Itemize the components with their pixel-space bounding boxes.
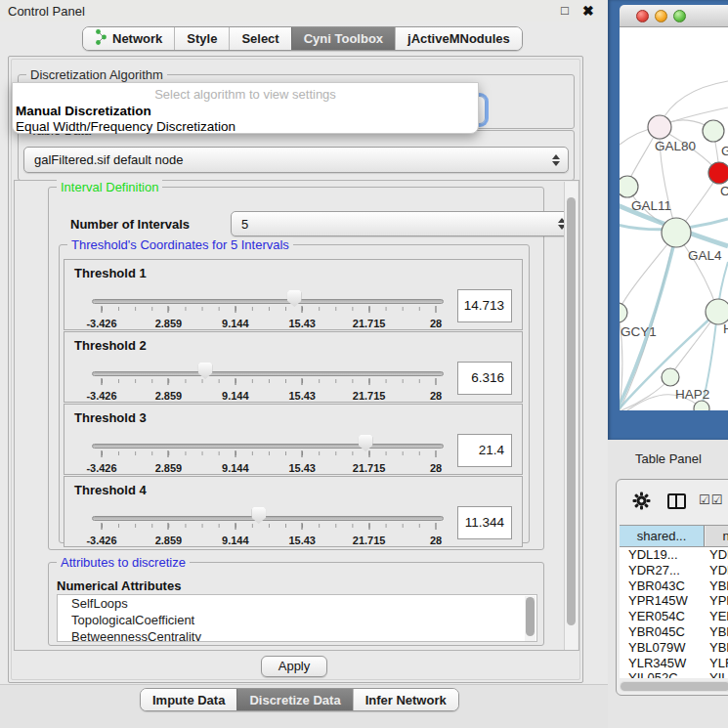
attributes-group-label: Attributes to discretize — [57, 555, 190, 570]
node-label-gal11: GAL11 — [631, 198, 671, 213]
table-toolbar: ☑☑ — [617, 480, 728, 523]
table-row[interactable]: YDL19...YDL1 — [620, 547, 728, 563]
tab-jactivemnodules[interactable]: jActiveMNodules — [395, 27, 522, 50]
close-traffic-light-icon[interactable] — [636, 10, 649, 22]
column-split-icon[interactable] — [667, 493, 686, 509]
number-of-intervals-label: Number of Intervals — [70, 217, 190, 232]
tab-style[interactable]: Style — [174, 27, 229, 50]
algorithm-dropdown-popup: Select algorithm to view settings Manual… — [12, 82, 479, 134]
tab-discretize-data[interactable]: Discretize Data — [236, 689, 352, 710]
threshold-4-row: Threshold 4 -3.426 2.859 9.144 15.43 21.… — [64, 476, 523, 547]
tab-select[interactable]: Select — [229, 27, 290, 50]
threshold-3-slider-thumb[interactable] — [359, 435, 373, 451]
network-window-titlebar[interactable] — [620, 5, 728, 27]
table-row[interactable]: YPR145WYPR1 — [620, 593, 728, 609]
zoom-traffic-light-icon[interactable] — [673, 10, 686, 22]
node-gcy1[interactable] — [620, 303, 627, 322]
node-label-ga: GA — [721, 144, 728, 158]
column-header-name[interactable]: na — [706, 526, 728, 546]
node-gal80[interactable] — [648, 115, 671, 139]
table-row[interactable]: YLR345WYLR3 — [620, 656, 728, 671]
threshold-3-row: Threshold 3 -3.426 2.859 9.144 15.43 21.… — [64, 404, 523, 475]
interval-definition-group: Interval Definition Number of Intervals … — [48, 187, 544, 550]
window-title: Control Panel — [8, 4, 85, 19]
algorithm-popup-hint: Select algorithm to view settings — [13, 87, 478, 102]
top-tab-bar: Network Style Select Cyni Toolbox jActiv… — [82, 26, 523, 51]
node-label-gal4: GAL4 — [688, 248, 722, 263]
algorithm-option-equal-width[interactable]: Equal Width/Frequency Discretization — [16, 119, 236, 134]
table-panel-title: Table Panel — [635, 451, 702, 466]
threshold-4-slider-thumb[interactable] — [251, 507, 266, 524]
table-row[interactable]: YBR045CYBR0 — [620, 624, 728, 640]
table-row[interactable]: YBR043CYBR0 — [620, 578, 728, 594]
network-view-window: GAL80 GA C GAL11 GAL4 GCY1 H HAP2 — [608, 0, 728, 440]
interval-definition-group-label: Interval Definition — [57, 180, 162, 194]
node-label-gcy1: GCY1 — [621, 324, 657, 339]
checkbox-icons[interactable]: ☑☑ — [699, 492, 723, 507]
table-row[interactable]: YIL052CYIL0 — [620, 670, 728, 678]
settings-scroll-viewport: Interval Definition Number of Intervals … — [14, 180, 579, 651]
node-red-selected[interactable] — [708, 162, 728, 184]
network-canvas[interactable]: GAL80 GA C GAL11 GAL4 GCY1 H HAP2 — [620, 27, 728, 410]
threshold-2-row: Threshold 2 -3.426 2.859 9.144 15.43 21.… — [64, 331, 523, 403]
list-item[interactable]: TopologicalCoefficient — [58, 612, 536, 628]
table-row[interactable]: YDR27...YDR2 — [620, 563, 728, 578]
column-header-shared-name[interactable]: shared... — [620, 526, 705, 546]
gear-icon[interactable] — [632, 492, 651, 514]
threshold-2-slider-ticks: -3.426 2.859 9.144 15.43 21.715 28 — [102, 378, 436, 404]
algorithm-option-manual[interactable]: Manual Discretization — [16, 104, 151, 118]
list-item[interactable]: SelfLoops — [58, 595, 536, 612]
close-icon[interactable]: ✖ — [582, 3, 594, 19]
discretization-algorithm-group-label: Discretization Algorithm — [26, 67, 167, 82]
node-gal4[interactable] — [662, 218, 691, 247]
number-of-intervals-value: 5 — [241, 212, 546, 236]
control-panel-titlebar[interactable]: Control Panel □ ✖ — [0, 0, 608, 21]
node-bottom[interactable] — [694, 401, 709, 410]
threshold-3-value-field[interactable]: 21.4 — [457, 434, 512, 467]
number-of-intervals-combobox[interactable]: 5 — [231, 211, 575, 236]
threshold-1-value-field[interactable]: 14.713 — [457, 289, 512, 322]
table-horizontal-scrollbar[interactable] — [620, 681, 728, 692]
network-icon — [95, 29, 107, 48]
table-row[interactable]: YER054CYER0 — [620, 609, 728, 624]
threshold-3-slider-ticks: -3.426 2.859 9.144 15.43 21.715 28 — [102, 450, 436, 476]
float-window-icon[interactable]: □ — [561, 3, 569, 18]
node-label-hap2: HAP2 — [675, 387, 709, 402]
table-header-row: shared... na — [620, 525, 728, 547]
table-rows[interactable]: YDL19...YDL1 YDR27...YDR2 YBR043CYBR0 YP… — [620, 547, 728, 678]
node-label-c: C — [720, 184, 728, 198]
thresholds-group: Threshold's Coordinates for 5 Intervals … — [59, 244, 530, 543]
threshold-4-slider-ticks: -3.426 2.859 9.144 15.43 21.715 28 — [102, 523, 436, 548]
node-label-gal80: GAL80 — [655, 139, 696, 153]
attributes-list-scrollbar[interactable] — [525, 596, 535, 642]
apply-button[interactable]: Apply — [261, 656, 327, 677]
tab-network[interactable]: Network — [83, 27, 174, 50]
bottom-tab-bar: Impute Data Discretize Data Infer Networ… — [140, 688, 459, 711]
threshold-2-slider-thumb[interactable] — [198, 363, 213, 379]
node-label-h: H — [723, 321, 728, 336]
threshold-4-value-field[interactable]: 11.344 — [457, 506, 512, 539]
node-ga[interactable] — [703, 120, 724, 142]
list-item[interactable]: BetweennessCentrality — [58, 628, 536, 642]
attributes-group: Attributes to discretize Numerical Attri… — [48, 562, 544, 646]
tab-cyni-toolbox[interactable]: Cyni Toolbox — [291, 27, 395, 50]
node-hap2[interactable] — [662, 368, 679, 386]
threshold-2-value-field[interactable]: 6.316 — [457, 362, 512, 395]
table-panel-window: Table Panel — [608, 440, 728, 728]
tab-infer-network[interactable]: Infer Network — [353, 689, 458, 710]
table-data-combobox[interactable]: galFiltered.sif default node — [23, 147, 569, 173]
table-panel-body: ☑☑ shared... na YDL19...YDL1 YDR27...YDR… — [616, 479, 728, 696]
threshold-1-slider-thumb[interactable] — [287, 290, 302, 307]
table-data-selected-value: galFiltered.sif default node — [34, 148, 540, 173]
numerical-attributes-list[interactable]: SelfLoops TopologicalCoefficient Between… — [57, 594, 537, 642]
screen: Control Panel □ ✖ Network Style Select — [0, 0, 728, 728]
settings-vertical-scrollbar[interactable] — [564, 182, 578, 650]
threshold-1-row: Threshold 1 -3.426 2.859 9.144 15.43 21.… — [64, 259, 523, 330]
table-row[interactable]: YBL079WYBL0 — [620, 640, 728, 656]
numerical-attributes-label: Numerical Attributes — [57, 578, 181, 593]
minimize-traffic-light-icon[interactable] — [655, 10, 667, 22]
control-panel-window: Control Panel □ ✖ Network Style Select — [0, 0, 608, 728]
node-gal11[interactable] — [620, 176, 638, 197]
tab-network-label: Network — [112, 31, 162, 46]
tab-impute-data[interactable]: Impute Data — [141, 689, 236, 710]
